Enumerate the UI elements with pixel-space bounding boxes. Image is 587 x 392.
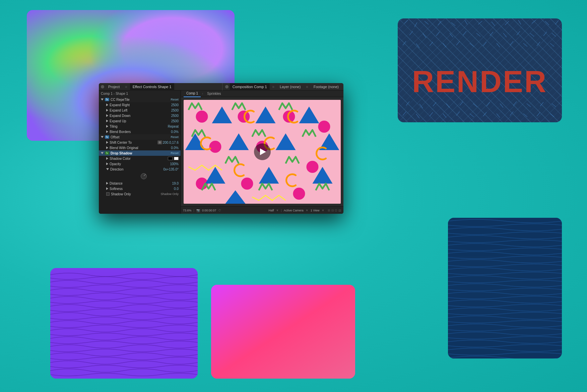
quality-select[interactable]: Half — [268, 209, 274, 212]
svg-line-58 — [470, 114, 474, 117]
opacity-row[interactable]: Opacity 100% — [99, 161, 181, 167]
footage-none-label: Footage (none) — [311, 83, 341, 90]
svg-line-18 — [423, 34, 426, 38]
composition-panel: Comp 1 ‹ Sprinkles — [181, 90, 343, 214]
svg-line-47 — [486, 102, 490, 106]
svg-line-59 — [483, 112, 486, 116]
zoom-level[interactable]: 73.6% — [183, 209, 192, 212]
svg-line-8 — [451, 22, 455, 26]
view-count[interactable]: 1 View — [311, 209, 320, 212]
softness-row[interactable]: Softness 0.0 — [99, 186, 181, 191]
svg-point-76 — [307, 161, 319, 173]
svg-line-24 — [503, 33, 507, 37]
expand-left-row[interactable]: Expand Left 2500 — [99, 108, 181, 113]
svg-line-50 — [527, 104, 531, 107]
svg-line-25 — [517, 31, 520, 35]
tiling-row[interactable]: Tiling Repeat — [99, 124, 181, 129]
effect-controls-tab[interactable]: Effect Controls Shape 1 — [130, 83, 174, 90]
direction-row[interactable]: Direction 0x+135.0° — [99, 167, 181, 172]
svg-line-48 — [500, 104, 503, 108]
svg-line-36 — [497, 43, 500, 47]
svg-line-22 — [476, 33, 480, 37]
svg-line-30 — [416, 44, 419, 48]
svg-line-17 — [409, 31, 413, 35]
svg-line-44 — [446, 104, 450, 108]
svg-line-54 — [416, 114, 419, 118]
svg-line-61 — [510, 112, 513, 116]
svg-line-13 — [518, 20, 521, 24]
camera-icon: 📷 — [196, 209, 200, 212]
composition-tab[interactable]: Composition Comp 1 — [230, 83, 270, 90]
svg-line-34 — [470, 43, 474, 47]
svg-line-40 — [550, 43, 554, 47]
svg-line-63 — [537, 112, 540, 116]
svg-line-14 — [532, 20, 536, 23]
project-tab[interactable]: Project — [106, 83, 122, 90]
card-bottom-left — [50, 268, 198, 379]
svg-line-64 — [550, 114, 554, 117]
shadow-color-swatch-alt[interactable] — [174, 157, 179, 160]
expand-up-row[interactable]: Expand Up 2500 — [99, 118, 181, 124]
sprinkles-tab[interactable]: Sprinkles — [204, 90, 223, 97]
svg-line-52 — [552, 104, 556, 107]
svg-point-79 — [293, 188, 305, 200]
comp-panel-close-btn[interactable] — [225, 85, 229, 88]
comp-bottom-bar: 73.6% | 📷 0:00:00:07 ⏱ Half ▼ | Active C… — [181, 206, 343, 214]
cc-repeTile-header[interactable]: fx CC RepeTile Reset — [99, 97, 181, 102]
svg-line-32 — [443, 43, 446, 47]
svg-text:RENDER: RENDER — [412, 65, 547, 99]
panel-close-btn[interactable] — [101, 85, 104, 88]
svg-line-62 — [523, 114, 527, 117]
blend-original-row[interactable]: Blend With Original 0.0% — [99, 145, 181, 150]
view-controls: ⊞ ⊟ ⊡ ▤ — [328, 209, 341, 212]
svg-rect-68 — [211, 285, 355, 379]
svg-line-33 — [456, 41, 460, 45]
svg-line-11 — [492, 22, 495, 26]
comp-viewport — [181, 97, 343, 206]
comp-tab-row: Comp 1 ‹ Sprinkles — [181, 90, 343, 97]
shadow-color-row[interactable]: Shadow Color — [99, 156, 181, 161]
distance-row[interactable]: Distance 19.0 — [99, 181, 181, 186]
panel-header: Project ≡ Effect Controls Shape 1 Compos… — [99, 83, 343, 90]
drop-shadow-header[interactable]: fx Drop Shadow Reset — [99, 150, 181, 156]
expand-down-row[interactable]: Expand Down 2500 — [99, 113, 181, 118]
effect-controls-panel: Comp 1 - Shape 1 fx CC RepeTile Reset Ex… — [99, 90, 181, 214]
ae-body: Comp 1 - Shape 1 fx CC RepeTile Reset Ex… — [99, 90, 343, 214]
direction-dial[interactable] — [141, 173, 147, 179]
blend-borders-row[interactable]: Blend Borders 0.0% — [99, 129, 181, 134]
svg-line-39 — [537, 42, 540, 46]
shadow-only-checkbox[interactable] — [106, 192, 110, 196]
svg-line-6 — [425, 21, 429, 24]
direction-dial-row — [99, 172, 181, 181]
svg-line-28 — [552, 33, 556, 37]
svg-line-38 — [523, 43, 527, 47]
svg-line-57 — [456, 112, 460, 116]
svg-line-49 — [513, 102, 517, 106]
svg-point-74 — [209, 141, 221, 153]
camera-view[interactable]: Active Camera — [284, 209, 304, 212]
offset-header[interactable]: fx Offset Reset — [99, 134, 181, 140]
svg-line-10 — [478, 21, 482, 24]
expand-right-row[interactable]: Expand Right 2500 — [99, 102, 181, 108]
svg-line-4 — [404, 20, 408, 23]
shadow-color-swatch[interactable] — [168, 157, 173, 160]
svg-line-12 — [505, 21, 509, 25]
shift-center-row[interactable]: Shift Center To ⊞ 200.0,17.6 — [99, 140, 181, 145]
svg-line-19 — [436, 32, 440, 36]
card-bottom-center — [211, 285, 355, 379]
svg-line-60 — [497, 114, 500, 118]
svg-line-9 — [465, 20, 467, 24]
svg-line-37 — [510, 41, 513, 45]
play-button[interactable] — [254, 143, 271, 160]
timecode[interactable]: 0:00:00:07 — [202, 209, 216, 212]
ae-panel: Project ≡ Effect Controls Shape 1 Compos… — [99, 83, 343, 214]
svg-line-7 — [438, 21, 441, 25]
svg-line-56 — [443, 114, 446, 118]
ec-title-row: Comp 1 - Shape 1 — [99, 90, 181, 97]
svg-line-31 — [430, 42, 433, 46]
shadow-only-row[interactable]: Shadow Only Shadow Only — [99, 191, 181, 197]
comp1-tab[interactable]: Comp 1 — [184, 90, 201, 97]
svg-point-78 — [241, 178, 253, 190]
svg-line-27 — [543, 32, 547, 36]
svg-point-73 — [318, 121, 330, 133]
